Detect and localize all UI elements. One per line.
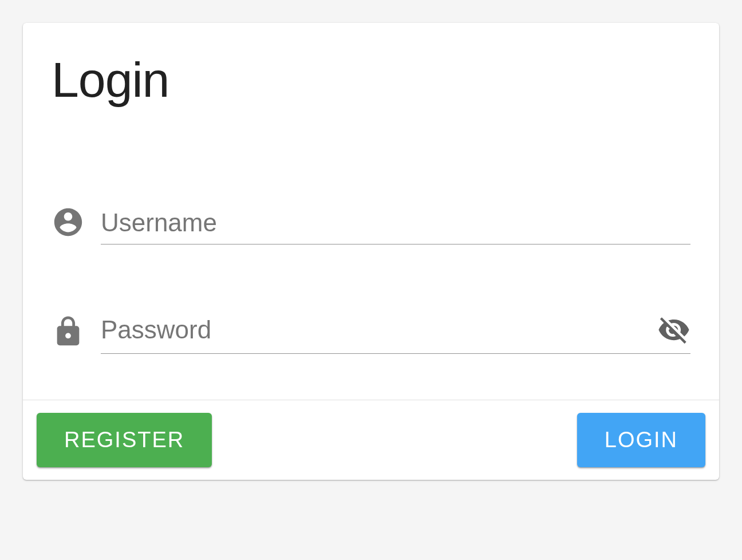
card-body: Login xyxy=(23,23,719,400)
username-input[interactable] xyxy=(101,208,690,237)
username-input-wrap xyxy=(101,208,690,244)
register-button[interactable]: Register xyxy=(37,413,212,467)
visibility-off-icon[interactable] xyxy=(657,313,690,346)
card-actions: Register Login xyxy=(23,400,719,480)
password-input[interactable] xyxy=(101,316,657,344)
password-field-row xyxy=(52,313,690,354)
page-title: Login xyxy=(52,52,690,108)
login-card: Login Register Login xyxy=(23,23,719,480)
username-field-row xyxy=(52,206,690,244)
lock-icon xyxy=(52,315,85,348)
account-circle-icon xyxy=(52,206,85,239)
password-input-wrap xyxy=(101,313,690,354)
login-button[interactable]: Login xyxy=(577,413,705,467)
